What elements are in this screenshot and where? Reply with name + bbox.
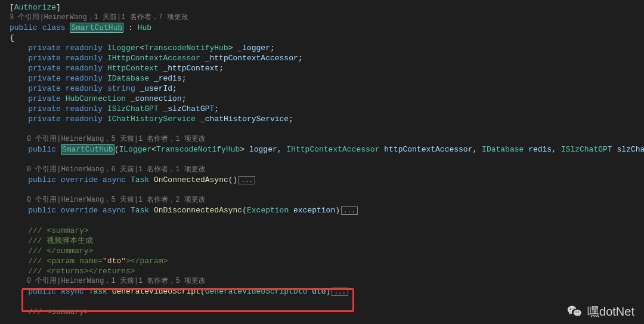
code-line[interactable]: public SmartCutHub(ILogger<TranscodeNoti…	[0, 144, 644, 155]
code-line[interactable]: private HubConnection _connection;	[0, 94, 644, 104]
fold-indicator[interactable]: ...	[341, 206, 358, 215]
fold-indicator[interactable]: ...	[332, 288, 348, 296]
blank-line	[0, 185, 644, 195]
fold-indicator[interactable]: ...	[239, 176, 255, 184]
code-line[interactable]: private readonly ILogger<TranscodeNotify…	[0, 43, 644, 53]
xml-doc[interactable]: /// <param name="dto"></param>	[0, 256, 644, 266]
codelens-generate[interactable]: 0 个引用|HeinerWang，1 天前|1 名作者，5 项更改	[0, 276, 644, 286]
code-line[interactable]: private readonly string _userId;	[0, 84, 644, 94]
blank-line	[0, 297, 644, 307]
ctor-name-highlight: SmartCutHub	[61, 144, 114, 155]
code-line[interactable]: private readonly IDatabase _redis;	[0, 73, 644, 84]
xml-doc[interactable]: /// <returns></returns>	[0, 266, 644, 276]
code-line[interactable]: {	[0, 33, 644, 43]
code-line[interactable]: private readonly ISlzChatGPT _slzChatGPT…	[0, 104, 644, 114]
code-line[interactable]: [Authorize]	[0, 2, 644, 13]
code-line[interactable]: public async Task GenerateVideoScript(Ge…	[0, 286, 644, 297]
codelens-class[interactable]: 3 个引用|HeinerWang，1 天前|1 名作者，7 项更改	[0, 13, 644, 23]
code-line[interactable]: private readonly HttpContext _httpContex…	[0, 63, 644, 73]
code-line[interactable]: public override async Task OnConnectedAs…	[0, 175, 644, 185]
blank-line	[0, 215, 644, 226]
code-line[interactable]: private readonly IHttpContextAccessor _h…	[0, 53, 644, 63]
codelens-ctor[interactable]: 0 个引用|HeinerWang，5 天前|1 名作者，1 项更改	[0, 134, 644, 144]
watermark-text: 嘿dotNet	[587, 307, 634, 317]
xml-doc[interactable]: /// <summary>	[0, 307, 644, 317]
attribute-name: Authorize	[14, 3, 56, 12]
watermark: 嘿dotNet	[567, 305, 634, 318]
codelens-ondisconnected[interactable]: 0 个引用|HeinerWang，5 天前|1 名作者，2 项更改	[0, 195, 644, 205]
code-line[interactable]: public override async Task OnDisconnecte…	[0, 205, 644, 215]
method-generate-video-script: GenerateVideoScript	[112, 287, 200, 296]
blank-line	[0, 124, 644, 134]
codelens-onconnected[interactable]: 0 个引用|HeinerWang，6 天前|1 名作者，1 项更改	[0, 165, 644, 175]
code-line[interactable]: public class SmartCutHub : Hub	[0, 23, 644, 33]
xml-doc[interactable]: /// </summary>	[0, 246, 644, 256]
xml-doc[interactable]: /// 视频脚本生成	[0, 236, 644, 246]
blank-line	[0, 155, 644, 165]
code-line[interactable]: private readonly IChatHistoryService _ch…	[0, 114, 644, 124]
wechat-icon	[567, 305, 583, 318]
xml-doc[interactable]: /// <summary>	[0, 226, 644, 236]
class-name-highlight: SmartCutHub	[70, 23, 123, 33]
